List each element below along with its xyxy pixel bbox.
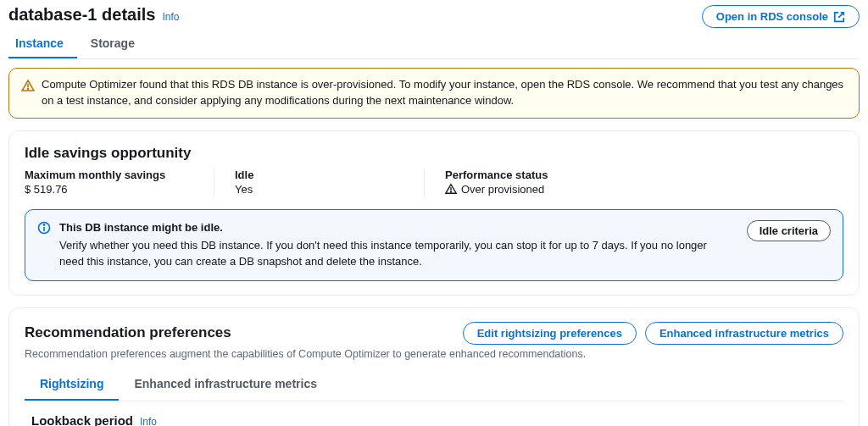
info-icon — [37, 221, 51, 240]
edit-rightsizing-button[interactable]: Edit rightsizing preferences — [463, 322, 637, 345]
open-rds-console-button[interactable]: Open in RDS console — [702, 5, 860, 28]
over-provisioned-warning: Compute Optimizer found that this RDS DB… — [8, 68, 860, 119]
tab-rightsizing[interactable]: Rightsizing — [25, 368, 119, 401]
savings-value: $ 519.76 — [25, 183, 193, 196]
warning-icon — [21, 79, 35, 97]
idle-savings-panel: Idle savings opportunity Maximum monthly… — [8, 130, 860, 296]
idle-criteria-button[interactable]: Idle criteria — [747, 220, 831, 241]
idle-metrics-row: Maximum monthly savings $ 519.76 Idle Ye… — [25, 169, 843, 198]
idle-label: Idle — [235, 169, 403, 181]
open-rds-label: Open in RDS console — [716, 10, 828, 23]
idle-value: Yes — [235, 183, 403, 196]
warning-text: Compute Optimizer found that this RDS DB… — [42, 77, 847, 109]
rec-panel-title: Recommendation preferences — [25, 324, 231, 341]
savings-label: Maximum monthly savings — [25, 169, 193, 181]
tab-enhanced-metrics[interactable]: Enhanced infrastructure metrics — [119, 368, 332, 401]
svg-point-1 — [27, 88, 28, 89]
info-link[interactable]: Info — [162, 11, 179, 23]
rec-panel-subtitle: Recommendation preferences augment the c… — [25, 348, 843, 360]
status-value: Over provisioned — [461, 183, 544, 196]
idle-info-alert: This DB instance might be idle. Verify w… — [25, 209, 843, 281]
svg-point-6 — [43, 224, 44, 225]
preference-tabs: Rightsizing Enhanced infrastructure metr… — [25, 368, 843, 401]
lookback-title: Lookback period — [31, 413, 133, 426]
recommendation-preferences-panel: Recommendation preferences Edit rightsiz… — [8, 307, 860, 426]
info-alert-body: Verify whether you need this DB instance… — [59, 238, 725, 270]
idle-panel-title: Idle savings opportunity — [25, 145, 843, 162]
warning-icon — [445, 183, 457, 195]
info-alert-title: This DB instance might be idle. — [59, 220, 725, 236]
svg-point-3 — [450, 191, 451, 192]
page-title: database-1 details — [8, 5, 155, 25]
tab-storage[interactable]: Storage — [77, 30, 148, 58]
enhanced-metrics-button[interactable]: Enhanced infrastructure metrics — [645, 322, 843, 345]
lookback-info-link[interactable]: Info — [140, 416, 157, 426]
tab-instance[interactable]: Instance — [8, 30, 77, 58]
status-label: Performance status — [445, 169, 614, 181]
external-link-icon — [833, 11, 845, 23]
main-tabs: Instance Storage — [8, 30, 860, 59]
lookback-section: Lookback period Info Lookback period 93 … — [25, 401, 843, 426]
